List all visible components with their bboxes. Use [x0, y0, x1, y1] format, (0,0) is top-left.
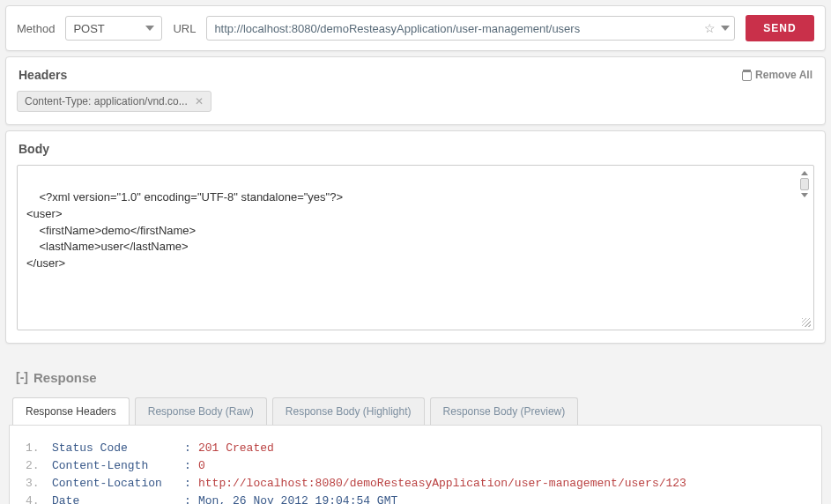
- header-key: Content-Location: [52, 475, 184, 493]
- colon: :: [184, 493, 198, 504]
- method-select[interactable]: POST: [65, 16, 162, 41]
- url-icons: ☆: [704, 21, 730, 35]
- body-title-row: Body: [6, 131, 825, 165]
- resize-grip-icon[interactable]: [802, 318, 811, 327]
- body-panel: Body <?xml version="1.0" encoding="UTF-8…: [5, 130, 826, 344]
- line-number: 2.: [26, 457, 52, 475]
- close-icon[interactable]: ✕: [195, 95, 204, 107]
- body-title: Body: [19, 142, 49, 156]
- line-number: 3.: [26, 475, 52, 493]
- tab-response-headers[interactable]: Response Headers: [12, 397, 130, 425]
- header-value: 201 Created: [198, 440, 274, 457]
- tab-response-body-preview[interactable]: Response Body (Preview): [430, 397, 579, 425]
- header-tag[interactable]: Content-Type: application/vnd.co... ✕: [17, 91, 211, 112]
- body-content: <?xml version="1.0" encoding="UTF-8" sta…: [26, 190, 343, 270]
- arrow-down-icon: [801, 193, 808, 197]
- request-panel: Method POST URL ☆ SEND: [5, 5, 826, 51]
- collapse-toggle[interactable]: [-]: [16, 370, 28, 384]
- header-value: 0: [198, 457, 205, 475]
- header-tags: Content-Type: application/vnd.co... ✕: [6, 91, 825, 124]
- header-key: Date: [52, 493, 184, 504]
- headers-title: Headers: [19, 68, 67, 82]
- star-icon[interactable]: ☆: [704, 21, 716, 35]
- response-title: Response: [33, 370, 97, 385]
- tab-response-body-raw[interactable]: Response Body (Raw): [135, 397, 267, 425]
- response-body: 1.Status Code:201 Created2.Content-Lengt…: [9, 425, 822, 504]
- response-row: 2.Content-Length:0: [26, 457, 805, 475]
- send-button[interactable]: SEND: [746, 15, 814, 41]
- tab-response-body-highlight[interactable]: Response Body (Highlight): [272, 397, 425, 425]
- header-key: Status Code: [52, 440, 184, 457]
- method-label: Method: [17, 22, 55, 35]
- url-label: URL: [173, 22, 196, 35]
- line-number: 4.: [26, 493, 52, 504]
- remove-all-button[interactable]: Remove All: [742, 69, 812, 81]
- remove-all-label: Remove All: [755, 69, 812, 81]
- header-value: http://localhost:8080/demoResteasyApplic…: [198, 475, 686, 493]
- chevron-down-icon[interactable]: [721, 26, 730, 31]
- line-number: 1.: [26, 440, 52, 457]
- header-key: Content-Length: [52, 457, 184, 475]
- response-row: 1.Status Code:201 Created: [26, 440, 805, 457]
- response-row: 3.Content-Location:http://localhost:8080…: [26, 475, 805, 493]
- chevron-down-icon: [145, 26, 154, 31]
- response-section: [-] Response Response Headers Response B…: [0, 349, 831, 504]
- headers-panel: Headers Remove All Content-Type: applica…: [5, 56, 826, 125]
- header-value: Mon, 26 Nov 2012 19:04:54 GMT: [198, 493, 397, 504]
- colon: :: [184, 475, 198, 493]
- body-textarea[interactable]: <?xml version="1.0" encoding="UTF-8" sta…: [17, 165, 814, 330]
- scrollbar[interactable]: [798, 171, 811, 197]
- colon: :: [184, 457, 198, 475]
- url-input[interactable]: [206, 16, 735, 41]
- request-row: Method POST URL ☆ SEND: [6, 6, 825, 50]
- response-row: 4.Date:Mon, 26 Nov 2012 19:04:54 GMT: [26, 493, 805, 504]
- scroll-thumb[interactable]: [800, 178, 809, 190]
- url-box: ☆: [206, 16, 735, 41]
- header-tag-label: Content-Type: application/vnd.co...: [25, 95, 188, 107]
- method-value: POST: [73, 22, 104, 35]
- colon: :: [184, 440, 198, 457]
- arrow-up-icon: [801, 171, 808, 175]
- trash-icon: [742, 70, 752, 81]
- response-tabs: Response Headers Response Body (Raw) Res…: [9, 397, 822, 425]
- response-title-row: [-] Response: [9, 358, 822, 397]
- headers-title-row: Headers Remove All: [6, 57, 825, 91]
